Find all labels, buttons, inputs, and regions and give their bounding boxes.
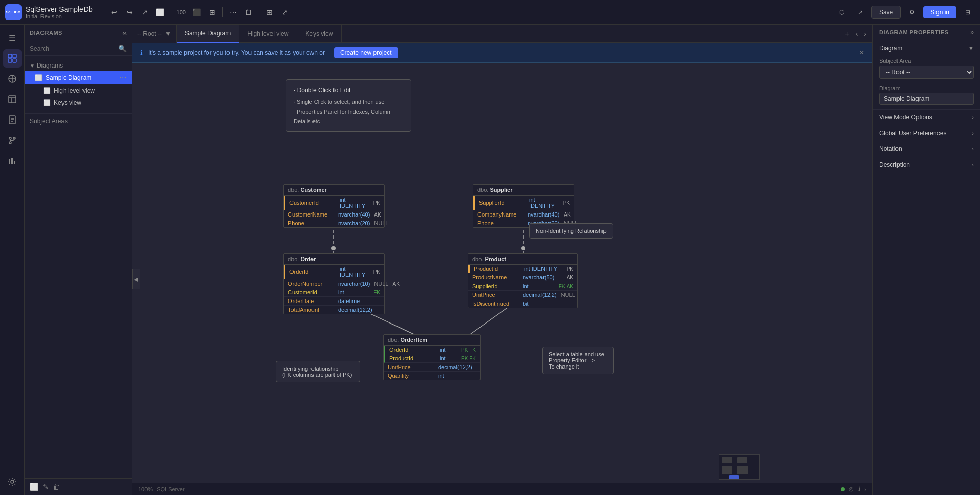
hamburger-icon[interactable]: ☰ [3,29,22,47]
app-title: SqlServer SampleDb [26,5,93,13]
schema-nav-icon[interactable] [3,70,22,88]
table-order[interactable]: dbo. Order OrderId int IDENTITY PK Order… [283,253,385,314]
note-icon[interactable]: 🗒 [241,5,256,19]
right-panel: DIAGRAM PROPERTIES » Diagram ▼ Subject A… [872,25,980,495]
doc-nav-icon[interactable] [3,111,22,129]
svg-point-22 [331,246,336,250]
diagrams-section-header[interactable]: ▼ Diagrams [25,60,132,71]
pointer-icon[interactable]: ↗ [138,5,152,19]
diagram-item-more-icon[interactable]: ⋯ [119,74,127,82]
tab-root-dropdown[interactable]: -- Root -- ▼ [132,25,177,43]
distribute-icon[interactable]: ⊞ [262,5,277,19]
add-diagram-icon[interactable]: ⬜ [30,483,38,491]
diagram-icon2: ⬜ [43,87,51,94]
rp-description-label: Description [879,161,910,168]
app-logo[interactable]: SqlIDBM [5,4,22,20]
non-identifying-tooltip: Non-Identifying Relationship [529,223,613,239]
diagram-item-keys[interactable]: ⬜ Keys view [25,97,132,109]
svg-rect-30 [722,466,732,474]
rp-notation[interactable]: Notation › [873,141,980,157]
diagram-item-sample[interactable]: ⬜ Sample Diagram ⋯ [25,71,132,84]
table-row: CompanyName nvarchar(40) AK [473,210,574,219]
diagram-item-highlevel[interactable]: ⬜ High level view [25,84,132,97]
tab-sample-diagram[interactable]: Sample Diagram [177,25,239,43]
delete-diagram-icon[interactable]: 🗑 [53,483,60,491]
view-icon[interactable]: ⬛ [190,5,204,19]
table-icon[interactable]: ⊞ [205,5,219,19]
rp-description[interactable]: Description › [873,157,980,173]
table-supplier[interactable]: dbo. Supplier SupplierId int IDENTITY PK… [473,184,574,228]
table-product[interactable]: dbo. Product ProductId int IDENTITY PK P… [468,253,578,308]
redo-icon[interactable]: ↪ [122,5,137,19]
svg-rect-18 [11,158,13,164]
rp-diagram-name-input[interactable] [879,93,974,105]
canvas-collapse-button[interactable]: ◀ [132,269,140,289]
rp-view-mode-options[interactable]: View Mode Options › [873,110,980,125]
select-hint: Select a table and use Property Editor -… [542,347,614,374]
signin-button[interactable]: Sign in [923,6,956,18]
svg-rect-0 [8,54,12,58]
table-customer-header: dbo. Customer [284,185,384,196]
table-nav-icon[interactable] [3,90,22,109]
svg-rect-2 [8,59,12,62]
rp-subject-area-select[interactable]: -- Root -- [879,66,974,79]
rp-diagram-name-label: Diagram [879,85,974,91]
status-icon2: ℹ [858,486,860,492]
undo-icon[interactable]: ↩ [107,5,121,19]
prev-tab-icon[interactable]: ‹ [853,28,860,40]
rp-subject-area-label: Subject Area [879,58,974,64]
diagrams-collapse-icon[interactable]: « [122,29,127,37]
svg-point-15 [9,142,11,144]
right-panel-collapse-icon[interactable]: » [970,29,974,36]
settings-nav-icon[interactable] [3,472,22,491]
table-row: UnitPrice decimal(12,2) [384,363,480,372]
save-button[interactable]: Save [871,6,901,19]
tab-keys-view[interactable]: Keys view [297,25,342,43]
subject-areas-header: Subject Areas [25,113,132,127]
sliders-icon[interactable]: ⊟ [961,5,975,19]
rp-diagram-header[interactable]: Diagram ▼ [873,40,980,56]
add-tab-icon[interactable]: + [843,28,851,40]
rp-diagram-chevron: ▼ [968,45,974,51]
external-icon[interactable]: ↗ [853,5,867,19]
search-input[interactable] [30,45,118,52]
table-orderitem[interactable]: dbo. OrderItem OrderId int PK FK Product… [383,334,481,380]
fit-icon[interactable]: ⤢ [278,5,292,19]
rect-select-icon[interactable]: ⬜ [153,5,168,19]
topbar: SqlIDBM SqlServer SampleDb Initial Revis… [0,0,980,25]
table-row: ProductId int IDENTITY PK [468,265,577,273]
svg-rect-7 [9,96,16,103]
create-new-project-button[interactable]: Create new project [334,47,398,58]
relation-icon[interactable]: ⋯ [226,5,240,19]
separator2 [222,7,223,17]
diagrams-panel-header: DIAGRAMS « [25,25,132,41]
svg-point-14 [9,137,11,139]
svg-point-20 [11,480,14,483]
table-row: ProductName nvarchar(50) AK [468,273,577,282]
diagram-canvas[interactable]: ◀ · Double Click to Edit · Single Click … [132,63,872,495]
minimap[interactable] [719,454,760,480]
diagrams-bottom: ⬜ ✎ 🗑 [25,478,132,495]
left-icon-bar: ☰ [0,25,25,495]
table-orderitem-header: dbo. OrderItem [384,335,480,346]
share-icon[interactable]: ⬡ [835,5,849,19]
table-row: SupplierId int FK AK [468,282,577,291]
right-panel-header: DIAGRAM PROPERTIES » [873,25,980,40]
table-row: OrderId int IDENTITY PK [284,265,384,279]
settings-icon[interactable]: ⚙ [905,5,919,19]
rp-subject-area-field: Subject Area -- Root -- [873,56,980,83]
table-customer[interactable]: dbo. Customer CustomerId int IDENTITY PK… [283,184,385,228]
diagram-nav-icon[interactable] [3,49,22,68]
rp-global-prefs[interactable]: Global User Preferences › [873,125,980,141]
diagram-item-label: Sample Diagram [46,74,116,81]
entity-icon[interactable]: 100 [174,5,189,19]
tab-high-level[interactable]: High level view [239,25,297,43]
banner-close-icon[interactable]: ✕ [859,49,864,56]
reports-nav-icon[interactable] [3,152,22,170]
next-tab-icon[interactable]: › [862,28,868,40]
edit-diagram-icon[interactable]: ✎ [43,483,49,491]
status-icon3[interactable]: › [864,486,866,492]
rp-description-chevron: › [972,162,974,168]
rp-diagram-name-field: Diagram [873,83,980,109]
git-nav-icon[interactable] [3,131,22,149]
